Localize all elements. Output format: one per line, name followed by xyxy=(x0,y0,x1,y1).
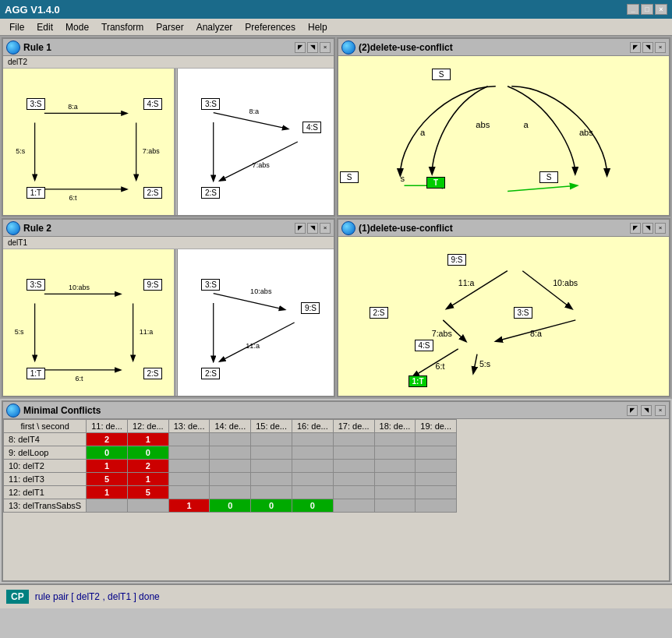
svg-text:10:abs: 10:abs xyxy=(69,284,90,291)
menu-help[interactable]: Help xyxy=(302,20,334,34)
conflict-cell-1-3 xyxy=(210,446,251,460)
conflict-row-label-4: 12: delT1 xyxy=(4,486,87,499)
svg-text:5:s: 5:s xyxy=(15,328,24,336)
rule2-graph-row: 10:abs 5:s 11:a 6:t 3:S 9:S 1:T 2:S xyxy=(3,249,334,396)
conflict-cell-0-5 xyxy=(292,433,333,446)
conflict-cell-2-3 xyxy=(210,460,251,473)
status-message: rule pair [ delT2 , delT1 ] done xyxy=(35,591,160,602)
svg-text:a: a xyxy=(524,120,529,129)
conflict-cell-1-8 xyxy=(416,446,457,460)
conflicts-globe-icon xyxy=(6,404,20,418)
conflict-cell-3-2 xyxy=(168,473,210,486)
svg-text:6:t: 6:t xyxy=(69,194,76,202)
conflicts-close-btn[interactable]: × xyxy=(655,405,666,416)
node-9s-r2r: 9:S xyxy=(301,302,320,314)
menu-preferences[interactable]: Preferences xyxy=(239,20,302,34)
rule2-panel: Rule 2 ◤ ◥ × delT1 xyxy=(2,218,335,397)
conflict-cell-2-2 xyxy=(168,460,210,473)
menu-analyzer[interactable]: Analyzer xyxy=(190,20,239,34)
maximize-button[interactable]: □ xyxy=(641,4,653,15)
rule1-content: delT2 xyxy=(3,56,334,215)
close-button[interactable]: × xyxy=(655,4,667,15)
conflict-cell-2-5 xyxy=(292,460,333,473)
conflict-header-row: first \ second 11: de... 12: de... 13: d… xyxy=(4,420,457,433)
rule1-globe-icon xyxy=(6,41,20,55)
rule2-expand-btn[interactable]: ◥ xyxy=(307,223,318,234)
rule1-shrink-btn[interactable]: ◤ xyxy=(295,42,306,53)
conflict-header-9: 19: de... xyxy=(416,420,457,433)
menu-parser[interactable]: Parser xyxy=(150,20,189,34)
menu-transform[interactable]: Transform xyxy=(95,20,150,34)
conflict2-S-right: S xyxy=(539,171,558,183)
conflict-header-6: 16: de... xyxy=(292,420,333,433)
conflicts-expand-btn[interactable]: ◥ xyxy=(641,405,652,416)
rule1-subtitle: delT2 xyxy=(3,56,334,69)
rule2-left-graph[interactable]: 10:abs 5:s 11:a 6:t 3:S 9:S 1:T 2:S xyxy=(3,249,175,396)
rule2-right-graph[interactable]: 10:abs 11:a 3:S 9:S 2:S xyxy=(178,249,334,396)
conflicts-shrink-btn[interactable]: ◤ xyxy=(627,405,638,416)
menu-file[interactable]: File xyxy=(3,20,30,34)
conflict-cell-1-1: 0 xyxy=(127,446,168,460)
conflict2-expand-btn[interactable]: ◥ xyxy=(642,42,653,53)
rule2-shrink-btn[interactable]: ◤ xyxy=(295,223,306,234)
conflict-cell-3-0: 5 xyxy=(87,473,128,486)
conflict-cell-4-4 xyxy=(251,486,292,499)
conflict2-S-top: S xyxy=(432,69,451,80)
conflict1-shrink-btn[interactable]: ◤ xyxy=(630,223,641,234)
conflict1-1t: 1:T xyxy=(409,375,427,387)
conflict2-shrink-btn[interactable]: ◤ xyxy=(630,42,641,53)
svg-text:8:a: 8:a xyxy=(68,103,77,111)
rule2-controls[interactable]: ◤ ◥ × xyxy=(295,223,331,234)
conflict-cell-4-8 xyxy=(416,486,457,499)
conflict1-graph-row: 11:a 10:abs 7:abs 8:a 6:t 5:s 9:S 2:S 3:… xyxy=(338,237,669,396)
conflict-cell-3-8 xyxy=(416,473,457,486)
conflict-cell-3-4 xyxy=(251,473,292,486)
conflict-cell-2-1: 2 xyxy=(127,460,168,473)
rule1-close-btn[interactable]: × xyxy=(320,42,331,53)
node-4s-right: 4:S xyxy=(302,122,321,133)
conflict-row-0: 8: delT421 xyxy=(4,433,457,446)
svg-text:11:a: 11:a xyxy=(458,278,475,287)
rule1-left-graph[interactable]: 8:a 5:s 7:abs 6:t 3:S 4:S 1:T 2:S xyxy=(3,69,175,215)
conflict-row-label-1: 9: delLoop xyxy=(4,446,87,460)
conflict-cell-5-4: 0 xyxy=(251,499,292,513)
svg-text:8:a: 8:a xyxy=(530,329,542,338)
conflict-cell-0-4 xyxy=(251,433,292,446)
node-3s-left: 3:S xyxy=(27,98,45,110)
menu-bar: File Edit Mode Transform Parser Analyzer… xyxy=(0,19,672,36)
menu-mode[interactable]: Mode xyxy=(59,20,95,34)
conflict1-expand-btn[interactable]: ◥ xyxy=(642,223,653,234)
conflict-cell-3-3 xyxy=(210,473,251,486)
conflict-cell-0-0: 2 xyxy=(87,433,128,446)
menu-edit[interactable]: Edit xyxy=(30,20,59,34)
conflict-cell-0-1: 1 xyxy=(127,433,168,446)
conflict-tbody: 8: delT4219: delLoop0010: delT21211: del… xyxy=(4,433,457,513)
conflict1-graph[interactable]: 11:a 10:abs 7:abs 8:a 6:t 5:s 9:S 2:S 3:… xyxy=(338,237,669,396)
node-4s-left: 4:S xyxy=(143,98,162,110)
conflict-cell-2-0: 1 xyxy=(87,460,128,473)
conflict-cell-5-8 xyxy=(416,499,457,513)
conflict2-graph[interactable]: a abs abs a s t S S S T xyxy=(338,56,669,215)
title-bar-controls[interactable]: _ □ × xyxy=(627,4,667,15)
conflict-cell-4-0: 1 xyxy=(87,486,128,499)
svg-text:5:s: 5:s xyxy=(16,147,25,155)
conflict1-title-bar: (1)delete-use-conflict ◤ ◥ × xyxy=(338,220,669,237)
rule1-right-graph[interactable]: 8:a 7:abs 3:S 4:S 2:S xyxy=(178,69,334,215)
conflict2-content: a abs abs a s t S S S T xyxy=(338,56,669,215)
rule1-expand-btn[interactable]: ◥ xyxy=(307,42,318,53)
rule2-close-btn[interactable]: × xyxy=(320,223,331,234)
conflict-cell-4-5 xyxy=(292,486,333,499)
conflict2-controls[interactable]: ◤ ◥ × xyxy=(630,42,666,53)
rule1-controls[interactable]: ◤ ◥ × xyxy=(295,42,331,53)
node-1t-r2l: 1:T xyxy=(27,368,45,379)
conflict1-close-btn[interactable]: × xyxy=(655,223,666,234)
conflict-row-3: 11: delT351 xyxy=(4,473,457,486)
conflicts-table-container[interactable]: first \ second 11: de... 12: de... 13: d… xyxy=(3,419,669,580)
node-3s-r2r: 3:S xyxy=(201,279,220,291)
conflict2-close-btn[interactable]: × xyxy=(655,42,666,53)
title-bar: AGG V1.4.0 _ □ × xyxy=(0,0,672,19)
conflict-cell-4-6 xyxy=(333,486,374,499)
minimize-button[interactable]: _ xyxy=(627,4,639,15)
conflict-cell-1-0: 0 xyxy=(87,446,128,460)
conflict1-controls[interactable]: ◤ ◥ × xyxy=(630,223,666,234)
